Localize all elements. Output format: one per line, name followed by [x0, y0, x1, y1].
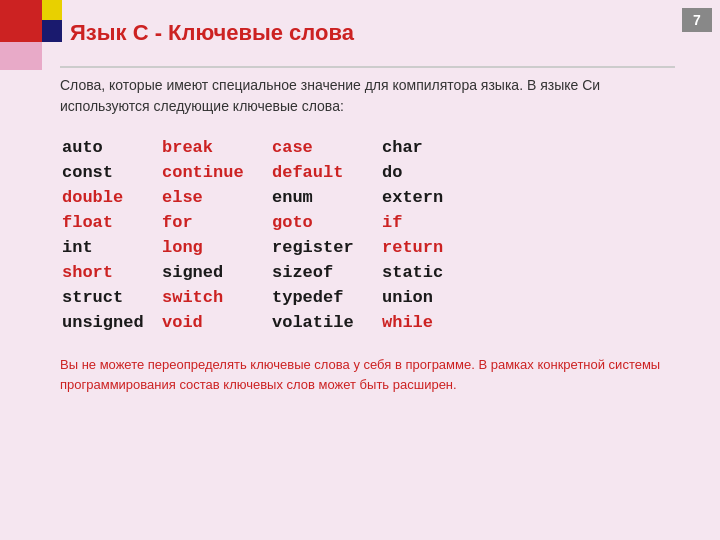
keyword-void: void: [160, 310, 270, 335]
keyword-const: const: [60, 160, 160, 185]
keyword-volatile: volatile: [270, 310, 380, 335]
main-content: Слова, которые имеют специальное значени…: [60, 75, 690, 395]
deco-yellow: [42, 0, 62, 20]
keyword-auto: auto: [60, 135, 160, 160]
keyword-typedef: typedef: [270, 285, 380, 310]
keyword-float: float: [60, 210, 160, 235]
keyword-struct: struct: [60, 285, 160, 310]
keyword-if: if: [380, 210, 490, 235]
keyword-break: break: [160, 135, 270, 160]
keyword-do: do: [380, 160, 490, 185]
keyword-extern: extern: [380, 185, 490, 210]
keyword-switch: switch: [160, 285, 270, 310]
keyword-for: for: [160, 210, 270, 235]
title-bar: Язык С - Ключевые слова: [60, 0, 675, 68]
keyword-unsigned: unsigned: [60, 310, 160, 335]
slide-number: 7: [682, 8, 712, 32]
keyword-case: case: [270, 135, 380, 160]
keyword-sizeof: sizeof: [270, 260, 380, 285]
keyword-char: char: [380, 135, 490, 160]
slide: 7 Язык С - Ключевые слова Слова, которые…: [0, 0, 720, 540]
slide-title: Язык С - Ключевые слова: [60, 20, 354, 46]
keyword-enum: enum: [270, 185, 380, 210]
keyword-union: union: [380, 285, 490, 310]
keyword-continue: continue: [160, 160, 270, 185]
keyword-default: default: [270, 160, 380, 185]
keyword-int: int: [60, 235, 160, 260]
keyword-while: while: [380, 310, 490, 335]
keyword-else: else: [160, 185, 270, 210]
deco-pink: [0, 42, 42, 70]
keyword-short: short: [60, 260, 160, 285]
deco-red: [0, 0, 42, 42]
deco-dark: [42, 20, 62, 42]
intro-paragraph: Слова, которые имеют специальное значени…: [60, 75, 690, 117]
keywords-grid: autobreakcasecharconstcontinuedefaultdod…: [60, 135, 690, 335]
keyword-long: long: [160, 235, 270, 260]
keyword-double: double: [60, 185, 160, 210]
footer-note: Вы не можете переопределять ключевые сло…: [60, 355, 690, 395]
keyword-goto: goto: [270, 210, 380, 235]
keyword-signed: signed: [160, 260, 270, 285]
keyword-register: register: [270, 235, 380, 260]
keyword-static: static: [380, 260, 490, 285]
keyword-return: return: [380, 235, 490, 260]
